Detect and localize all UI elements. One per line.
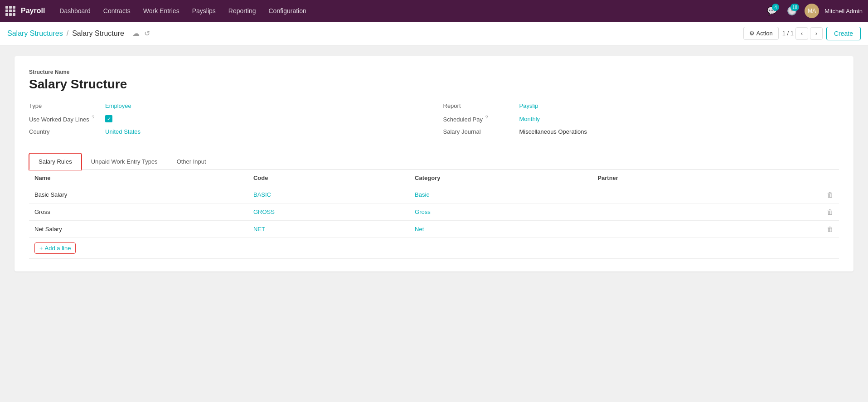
table-row: Gross GROSS Gross 🗑 [29,203,839,221]
chat-icon-button[interactable]: 💬 4 [765,4,779,18]
salary-rules-table: Name Code Category Partner Basic Salary … [29,170,839,259]
row-code-1: BASIC [248,186,409,203]
nav-payslips[interactable]: Payslips [187,5,221,17]
field-scheduled-pay: Scheduled Pay ? Monthly [443,115,839,123]
trash-icon[interactable]: 🗑 [827,208,834,216]
refresh-icon[interactable]: ↺ [143,28,151,39]
row-category-2[interactable]: Gross [409,203,592,221]
pagination-prev[interactable]: ‹ [795,27,808,40]
row-code-2: GROSS [248,203,409,221]
field-worked-day-label: Use Worked Day Lines ? [29,115,102,123]
col-partner: Partner [592,170,750,186]
create-button[interactable]: Create [826,27,861,40]
nav-reporting[interactable]: Reporting [223,5,262,17]
nav-configuration[interactable]: Configuration [263,5,312,17]
field-salary-journal: Salary Journal Miscellaneous Operations [443,128,839,135]
help-icon: ? [92,115,94,120]
field-type-label: Type [29,102,102,109]
main-content: Structure Name Salary Structure Type Emp… [0,45,868,402]
nav-contracts[interactable]: Contracts [98,5,136,17]
tab-salary-rules[interactable]: Salary Rules [29,153,82,170]
tab-other-input[interactable]: Other Input [167,153,216,170]
table-row: Net Salary NET Net 🗑 [29,221,839,238]
field-report-value[interactable]: Payslip [519,102,538,109]
form-card: Structure Name Salary Structure Type Emp… [15,56,853,271]
app-name[interactable]: Payroll [21,7,45,15]
worked-day-checkbox[interactable]: ✓ [105,115,112,122]
row-name-2[interactable]: Gross [29,203,248,221]
field-report: Report Payslip [443,102,839,109]
action-button[interactable]: ⚙ Action [743,27,779,40]
row-name-1[interactable]: Basic Salary [29,186,248,203]
top-navigation: Payroll Dashboard Contracts Work Entries… [0,0,868,22]
pagination-info: 1 / 1 [782,30,794,37]
breadcrumb: Salary Structures / Salary Structure ☁ ↺ [7,28,743,39]
col-name: Name [29,170,248,186]
field-salary-journal-label: Salary Journal [443,128,516,135]
col-actions [750,170,839,186]
scheduled-pay-help-icon: ? [485,115,488,120]
add-line-row: + Add a line [29,238,839,259]
clock-badge: 18 [790,4,799,11]
row-partner-3 [592,221,750,238]
user-name[interactable]: Mitchell Admin [824,8,863,15]
row-name-3[interactable]: Net Salary [29,221,248,238]
row-category-1[interactable]: Basic [409,186,592,203]
nav-dashboard[interactable]: Dashboard [54,5,96,17]
row-code-3: NET [248,221,409,238]
row-partner-2 [592,203,750,221]
form-fields: Type Employee Use Worked Day Lines ? ✓ C… [29,102,839,140]
field-scheduled-pay-value[interactable]: Monthly [519,116,540,122]
row-delete-1[interactable]: 🗑 [750,186,839,203]
clock-icon-button[interactable]: 🕐 18 [785,4,799,18]
breadcrumb-current: Salary Structure [72,29,124,38]
sub-header: Salary Structures / Salary Structure ☁ ↺… [0,22,868,45]
add-line-cell: + Add a line [29,238,839,259]
field-country: Country United States [29,128,425,135]
form-right-col: Report Payslip Scheduled Pay ? Monthly S… [443,102,839,140]
add-line-button[interactable]: + Add a line [34,242,76,254]
field-country-label: Country [29,128,102,135]
pagination-next[interactable]: › [810,27,823,40]
chat-badge: 4 [772,4,779,11]
cloud-upload-icon[interactable]: ☁ [131,28,141,39]
field-salary-journal-value[interactable]: Miscellaneous Operations [519,128,587,135]
field-scheduled-pay-label: Scheduled Pay ? [443,115,516,123]
breadcrumb-separator: / [67,29,68,38]
add-line-label: Add a line [45,245,71,252]
field-country-value[interactable]: United States [105,128,141,135]
structure-name-value: Salary Structure [29,77,839,92]
tabs-container: Salary Rules Unpaid Work Entry Types Oth… [29,153,839,170]
table-row: Basic Salary BASIC Basic 🗑 [29,186,839,203]
col-category: Category [409,170,592,186]
row-delete-2[interactable]: 🗑 [750,203,839,221]
plus-icon: + [39,245,43,252]
nav-work-entries[interactable]: Work Entries [138,5,185,17]
field-worked-day-lines: Use Worked Day Lines ? ✓ [29,115,425,123]
breadcrumb-parent[interactable]: Salary Structures [7,29,63,38]
trash-icon[interactable]: 🗑 [827,191,834,199]
gear-icon: ⚙ [749,30,755,37]
row-category-3[interactable]: Net [409,221,592,238]
table-header-row: Name Code Category Partner [29,170,839,186]
tab-unpaid-work[interactable]: Unpaid Work Entry Types [82,153,167,170]
app-grid-icon[interactable] [5,6,15,16]
action-button-label: Action [756,30,773,37]
pagination: 1 / 1 ‹ › [782,27,823,40]
structure-name-label: Structure Name [29,69,839,75]
field-report-label: Report [443,102,516,109]
avatar[interactable]: MA [805,4,819,18]
row-partner-1 [592,186,750,203]
field-type: Type Employee [29,102,425,109]
field-type-value[interactable]: Employee [105,102,131,109]
breadcrumb-actions: ☁ ↺ [131,28,151,39]
sub-header-right: ⚙ Action 1 / 1 ‹ › Create [743,27,861,40]
col-code: Code [248,170,409,186]
form-left-col: Type Employee Use Worked Day Lines ? ✓ C… [29,102,425,140]
trash-icon[interactable]: 🗑 [827,225,834,233]
nav-icons-group: 💬 4 🕐 18 MA Mitchell Admin [765,4,863,18]
row-delete-3[interactable]: 🗑 [750,221,839,238]
